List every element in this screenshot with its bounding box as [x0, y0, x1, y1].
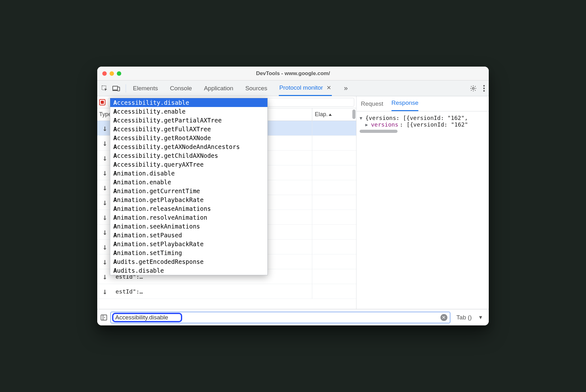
command-input[interactable]: Accessibility.disable ✕ [111, 312, 450, 323]
autocomplete-popup: Accessibility.disableAccessibility.enabl… [110, 98, 268, 275]
vscroll-thumb[interactable] [352, 110, 356, 119]
autocomplete-item[interactable]: Audits.disable [110, 266, 267, 275]
tree-prop-value: : [{versionId: "162" [400, 121, 468, 128]
detail-tab-response[interactable]: Response [392, 99, 419, 111]
autocomplete-item[interactable]: Animation.getPlaybackRate [110, 195, 267, 204]
kebab-icon[interactable] [483, 85, 485, 92]
row-response: estId":… [112, 288, 312, 295]
row-elapsed [312, 151, 356, 165]
detail-tab-request[interactable]: Request [361, 100, 383, 111]
devtools-window: DevTools - www.google.com/ Elements Cons… [97, 67, 489, 325]
row-elapsed [312, 121, 356, 135]
detail-body: ▼ {versions: [{versionId: "162", ▶ versi… [356, 111, 489, 325]
row-elapsed [312, 210, 356, 224]
autocomplete-item[interactable]: Animation.resolveAnimation [110, 213, 267, 222]
tree-child[interactable]: ▶ versions : [{versionId: "162" [360, 121, 487, 128]
svg-point-4 [483, 85, 485, 86]
hscrollbar[interactable] [360, 130, 485, 133]
direction-arrow-icon: ↓ [97, 287, 112, 296]
autocomplete-item[interactable]: Audits.getEncodedResponse [110, 257, 267, 266]
detail-tabs: Request Response [356, 96, 489, 111]
window-controls [102, 71, 121, 76]
row-elapsed [312, 240, 356, 254]
body: Type se Elap. ▲ ↓ions":[…↓estId":…↓estId… [97, 96, 489, 325]
row-elapsed [312, 180, 356, 195]
minimize-window-button[interactable] [110, 71, 114, 76]
autocomplete-item[interactable]: Animation.disable [110, 169, 267, 178]
divider [126, 84, 126, 92]
svg-point-3 [472, 87, 474, 89]
more-tabs-icon[interactable]: » [344, 84, 348, 92]
svg-point-6 [483, 90, 485, 92]
devtools-tabstrip: Elements Console Application Sources Pro… [97, 80, 489, 96]
tabs: Elements Console Application Sources Pro… [132, 80, 470, 96]
col-elapsed-label: Elap. [315, 111, 328, 118]
detail-pane: Request Response ▼ {versions: [{versionI… [356, 96, 489, 325]
tab-hint: Tab () [457, 314, 472, 321]
autocomplete-item[interactable]: Accessibility.getChildAXNodes [110, 151, 267, 160]
autocomplete-item[interactable]: Accessibility.queryAXTree [110, 160, 267, 169]
protocol-grid-pane: Type se Elap. ▲ ↓ions":[…↓estId":…↓estId… [97, 96, 356, 325]
row-elapsed [312, 254, 356, 269]
titlebar: DevTools - www.google.com/ [97, 67, 489, 80]
autocomplete-item[interactable]: Animation.seekAnimations [110, 222, 267, 231]
autocomplete-item[interactable]: Accessibility.getFullAXTree [110, 125, 267, 134]
gear-icon[interactable] [470, 85, 477, 92]
sort-asc-icon: ▲ [328, 112, 333, 117]
row-elapsed [312, 195, 356, 210]
autocomplete-item[interactable]: Accessibility.getPartialAXTree [110, 116, 267, 125]
row-elapsed [312, 225, 356, 239]
tab-label: Protocol monitor [279, 84, 323, 91]
autocomplete-item[interactable]: Animation.setPlaybackRate [110, 240, 267, 248]
clear-input-icon[interactable]: ✕ [440, 314, 447, 321]
tab-console[interactable]: Console [169, 81, 193, 96]
table-row[interactable]: ↓estId":… [97, 284, 356, 299]
zoom-window-button[interactable] [117, 71, 121, 76]
params-dropdown-icon[interactable]: ▼ [478, 315, 483, 320]
show-drawer-icon[interactable] [100, 314, 107, 321]
row-elapsed [312, 165, 356, 180]
window-title: DevTools - www.google.com/ [97, 70, 489, 77]
row-elapsed [312, 269, 356, 284]
row-elapsed [312, 136, 356, 150]
autocomplete-item[interactable]: Animation.releaseAnimations [110, 204, 267, 213]
tab-elements[interactable]: Elements [132, 81, 158, 96]
svg-rect-7 [101, 315, 107, 320]
close-window-button[interactable] [102, 71, 107, 76]
tree-root-text: {versions: [{versionId: "162", [365, 115, 468, 121]
device-toolbar-icon[interactable] [112, 85, 120, 92]
row-elapsed [312, 284, 356, 299]
record-button[interactable] [99, 99, 105, 105]
autocomplete-item[interactable]: Animation.setPaused [110, 231, 267, 240]
autocomplete-item[interactable]: Accessibility.getAXNodeAndAncestors [110, 142, 267, 151]
tab-application[interactable]: Application [203, 81, 234, 96]
command-bar: Accessibility.disable ✕ Tab () ▼ [97, 309, 489, 325]
command-input-value: Accessibility.disable [115, 314, 168, 321]
tab-sources[interactable]: Sources [245, 81, 268, 96]
disclosure-triangle-closed-icon[interactable]: ▶ [365, 122, 370, 127]
svg-rect-1 [113, 86, 118, 90]
tree-root[interactable]: ▼ {versions: [{versionId: "162", [360, 115, 487, 121]
autocomplete-list[interactable]: Accessibility.disableAccessibility.enabl… [110, 98, 267, 275]
col-elapsed[interactable]: Elap. ▲ [312, 108, 356, 121]
close-tab-icon[interactable]: ✕ [326, 85, 331, 91]
autocomplete-item[interactable]: Accessibility.enable [110, 107, 267, 116]
autocomplete-item[interactable]: Animation.setTiming [110, 248, 267, 257]
autocomplete-item[interactable]: Accessibility.getRootAXNode [110, 134, 267, 142]
tab-protocol-monitor[interactable]: Protocol monitor ✕ [279, 80, 332, 96]
svg-rect-2 [117, 87, 120, 91]
svg-point-5 [483, 87, 485, 89]
disclosure-triangle-open-icon[interactable]: ▼ [360, 116, 364, 121]
autocomplete-item[interactable]: Animation.enable [110, 178, 267, 187]
tree-prop-name: versions [371, 121, 398, 128]
autocomplete-item[interactable]: Animation.getCurrentTime [110, 187, 267, 195]
autocomplete-item[interactable]: Accessibility.disable [110, 98, 267, 107]
inspect-icon[interactable] [101, 85, 108, 92]
